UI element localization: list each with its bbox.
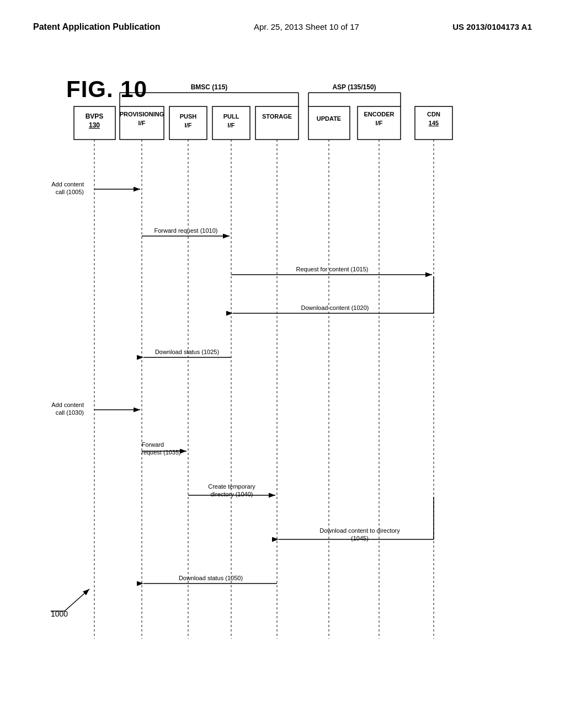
svg-text:Forward request (1010): Forward request (1010) — [154, 227, 218, 234]
svg-rect-18 — [308, 106, 350, 140]
svg-text:call (1030): call (1030) — [56, 409, 84, 416]
svg-text:BVPS: BVPS — [86, 113, 104, 120]
diagram-container: BVPS 130 PROVISIONING I/F PUSH I/F PULL … — [34, 76, 531, 661]
patent-number: US 2013/0104173 A1 — [452, 22, 532, 31]
sheet-info: Apr. 25, 2013 Sheet 10 of 17 — [254, 22, 359, 31]
svg-text:Create temporary: Create temporary — [208, 483, 255, 490]
svg-rect-16 — [255, 106, 299, 140]
svg-text:directory (1040): directory (1040) — [210, 491, 253, 497]
svg-text:Download content (1020): Download content (1020) — [301, 304, 369, 311]
svg-line-70 — [65, 589, 89, 611]
svg-text:PROVISIONING: PROVISIONING — [120, 111, 164, 117]
page-header: Patent Application Publication Apr. 25, … — [0, 0, 565, 43]
svg-text:Request for content (1015): Request for content (1015) — [296, 266, 369, 272]
svg-text:I/F: I/F — [185, 122, 192, 129]
svg-text:CDN: CDN — [427, 111, 440, 117]
svg-text:I/F: I/F — [376, 120, 383, 126]
page: Patent Application Publication Apr. 25, … — [0, 0, 565, 728]
svg-text:ENCODER: ENCODER — [364, 111, 394, 117]
svg-text:UPDATE: UPDATE — [317, 115, 341, 122]
svg-text:Download content to directory: Download content to directory — [319, 527, 400, 534]
svg-text:Add content: Add content — [51, 181, 84, 188]
svg-text:STORAGE: STORAGE — [262, 113, 292, 120]
svg-text:PUSH: PUSH — [180, 113, 197, 120]
svg-text:Add content: Add content — [51, 402, 84, 408]
svg-text:call (1005): call (1005) — [56, 189, 84, 195]
diagram-area: FIG. 10 — [22, 60, 543, 672]
svg-text:PULL: PULL — [223, 113, 239, 120]
svg-text:BMSC (115): BMSC (115) — [191, 83, 228, 91]
svg-text:I/F: I/F — [138, 120, 146, 126]
svg-text:I/F: I/F — [228, 122, 235, 129]
svg-text:145: 145 — [429, 120, 439, 126]
svg-text:Forward: Forward — [142, 441, 164, 448]
svg-text:(1045): (1045) — [351, 535, 369, 542]
svg-text:Download status (1050): Download status (1050) — [179, 575, 243, 581]
svg-text:Download status (1025): Download status (1025) — [155, 349, 219, 355]
publication-label: Patent Application Publication — [33, 22, 161, 32]
svg-text:130: 130 — [89, 121, 100, 129]
svg-text:request (1035): request (1035) — [141, 449, 181, 456]
sequence-diagram: BVPS 130 PROVISIONING I/F PUSH I/F PULL … — [34, 76, 531, 661]
svg-text:ASP (135/150): ASP (135/150) — [332, 83, 376, 91]
